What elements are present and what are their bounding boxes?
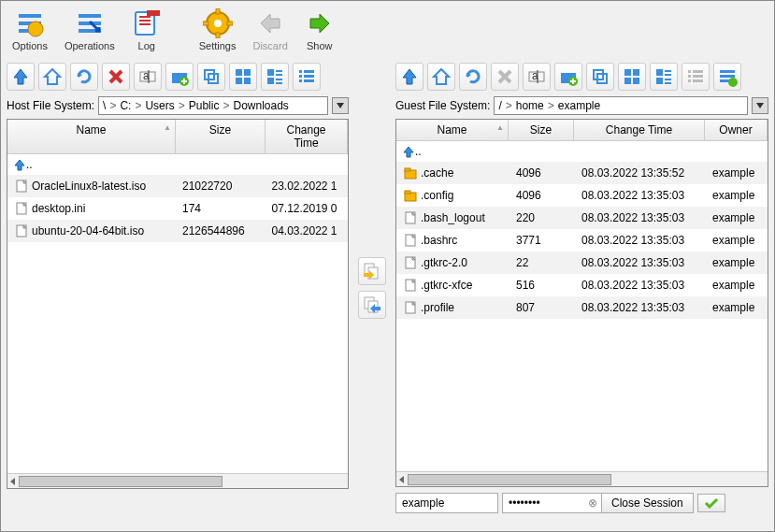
- file-change: 08.03.2022 13:35:03: [574, 299, 705, 316]
- table-row[interactable]: .bashrc377108.03.2022 13:35:03example: [396, 229, 768, 252]
- log-button[interactable]: Log: [128, 7, 165, 53]
- h-scrollbar[interactable]: [396, 471, 768, 486]
- copy-icon[interactable]: [586, 63, 614, 91]
- log-label: Log: [138, 40, 155, 51]
- view-details-icon[interactable]: [261, 63, 289, 91]
- view-icons-icon[interactable]: [618, 63, 646, 91]
- up-icon[interactable]: [395, 63, 423, 91]
- file-icon: [15, 224, 28, 237]
- table-row[interactable]: .bash_logout22008.03.2022 13:35:03exampl…: [396, 207, 768, 229]
- transfer-buttons: [354, 59, 390, 517]
- up-row[interactable]: ..: [7, 154, 348, 175]
- host-pane: a Host File System: \ > C: > Users > Pub…: [1, 59, 354, 517]
- svg-rect-33: [276, 79, 282, 80]
- file-name: ubuntu-20-04-64bit.iso: [32, 224, 144, 237]
- home-icon[interactable]: [427, 63, 455, 91]
- svg-rect-62: [656, 78, 663, 84]
- col-change[interactable]: Change Time: [266, 120, 348, 153]
- svg-rect-0: [19, 14, 41, 18]
- svg-point-13: [214, 20, 222, 27]
- view-icons-icon[interactable]: [229, 63, 257, 91]
- copy-to-host-icon[interactable]: [358, 291, 386, 319]
- copy-icon[interactable]: [197, 63, 225, 91]
- user-input[interactable]: [395, 493, 498, 513]
- rename-icon[interactable]: a: [134, 63, 162, 91]
- file-size: 807: [509, 299, 574, 316]
- path-segment[interactable]: example: [558, 99, 600, 112]
- gear-icon: [203, 8, 233, 38]
- rename-icon[interactable]: a: [523, 63, 551, 91]
- col-size[interactable]: Size: [176, 120, 266, 153]
- table-row[interactable]: .gtkrc-xfce51608.03.2022 13:35:03example: [396, 274, 768, 296]
- view-details-icon[interactable]: [650, 63, 678, 91]
- up-icon: [13, 158, 26, 171]
- svg-rect-11: [147, 10, 160, 16]
- delete-icon[interactable]: [102, 63, 130, 91]
- copy-to-guest-icon[interactable]: [358, 257, 386, 285]
- home-icon[interactable]: [38, 63, 66, 91]
- col-name[interactable]: Name▲: [396, 120, 509, 140]
- table-row[interactable]: .gtkrc-2.02208.03.2022 13:35:03example: [396, 252, 768, 274]
- path-segment[interactable]: C:: [120, 99, 131, 112]
- path-segment[interactable]: Downloads: [233, 99, 288, 112]
- new-folder-icon[interactable]: [165, 63, 194, 91]
- svg-point-3: [28, 22, 43, 36]
- show-button[interactable]: Show: [301, 7, 338, 53]
- host-path-label: Host File System:: [7, 99, 94, 112]
- path-segment[interactable]: home: [516, 99, 544, 112]
- host-bottombar: [1, 491, 354, 517]
- table-row[interactable]: .profile80708.03.2022 13:35:03example: [396, 296, 768, 319]
- confirm-button[interactable]: [697, 494, 725, 512]
- path-segment[interactable]: \: [103, 99, 106, 112]
- file-name: .config: [421, 189, 453, 202]
- table-row[interactable]: OracleLinux8-latest.iso2102272023.02.202…: [7, 175, 348, 197]
- svg-rect-68: [693, 75, 703, 78]
- guest-path-box[interactable]: / > home > example: [494, 96, 748, 115]
- svg-rect-40: [304, 79, 314, 82]
- file-name: .profile: [421, 301, 454, 314]
- path-segment[interactable]: /: [498, 99, 501, 112]
- col-name[interactable]: Name▲: [7, 120, 176, 153]
- svg-rect-66: [693, 70, 703, 73]
- refresh-icon[interactable]: [70, 63, 98, 91]
- delete-icon[interactable]: [491, 63, 519, 91]
- svg-rect-4: [79, 14, 101, 18]
- table-row[interactable]: desktop.ini17407.12.2019 0: [7, 197, 348, 220]
- svg-rect-8: [139, 16, 151, 18]
- path-segment[interactable]: Users: [145, 99, 174, 112]
- file-name: .cache: [421, 166, 453, 180]
- svg-rect-31: [276, 74, 282, 76]
- operations-button[interactable]: Operations: [61, 7, 119, 53]
- col-change[interactable]: Change Time: [574, 120, 705, 140]
- close-session-button[interactable]: Close Session: [601, 493, 694, 513]
- svg-rect-71: [720, 70, 735, 73]
- table-row[interactable]: .cache409608.03.2022 13:35:52example: [396, 162, 768, 184]
- clear-icon[interactable]: ⊗: [588, 496, 597, 510]
- host-path-dropdown[interactable]: [332, 97, 349, 114]
- session-settings-icon[interactable]: [713, 63, 741, 91]
- table-row[interactable]: ubuntu-20-04-64bit.iso212654489604.03.20…: [7, 220, 348, 242]
- table-row[interactable]: .config409608.03.2022 13:35:03example: [396, 184, 768, 207]
- svg-rect-65: [688, 70, 691, 73]
- svg-rect-35: [299, 70, 302, 73]
- svg-rect-39: [299, 79, 302, 82]
- view-list-icon[interactable]: [293, 63, 321, 91]
- path-segment[interactable]: Public: [189, 99, 220, 112]
- new-folder-icon[interactable]: [554, 63, 582, 91]
- up-row[interactable]: ..: [396, 141, 768, 162]
- settings-button[interactable]: Settings: [195, 7, 240, 53]
- svg-rect-34: [276, 82, 282, 84]
- options-button[interactable]: Options: [8, 7, 51, 53]
- h-scrollbar[interactable]: [7, 473, 348, 488]
- host-path-box[interactable]: \ > C: > Users > Public > Downloads: [98, 96, 328, 115]
- refresh-icon[interactable]: [459, 63, 487, 91]
- up-icon[interactable]: [7, 63, 35, 91]
- chevron-right-icon: >: [179, 99, 185, 112]
- col-size[interactable]: Size: [509, 120, 574, 140]
- folder-icon: [404, 166, 417, 180]
- file-change: 08.03.2022 13:35:03: [574, 277, 705, 294]
- col-owner[interactable]: Owner: [705, 120, 768, 140]
- guest-path-dropdown[interactable]: [752, 97, 768, 114]
- discard-button[interactable]: Discard: [249, 7, 291, 53]
- view-list-icon[interactable]: [682, 63, 710, 91]
